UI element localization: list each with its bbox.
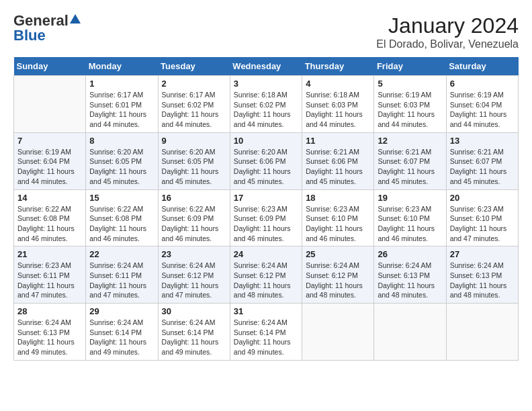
day-number: 9	[162, 136, 226, 146]
sunrise-label: Sunrise: 6:19 AM	[450, 91, 504, 99]
day-info: Sunrise: 6:23 AM Sunset: 6:10 PM Dayligh…	[378, 204, 442, 244]
day-number: 17	[234, 193, 298, 203]
sunset-label: Sunset: 6:13 PM	[450, 271, 502, 279]
day-number: 4	[306, 79, 370, 89]
calendar-cell: 5 Sunrise: 6:19 AM Sunset: 6:03 PM Dayli…	[374, 76, 446, 133]
calendar-cell: 28 Sunrise: 6:24 AM Sunset: 6:13 PM Dayl…	[14, 304, 86, 361]
sunset-label: Sunset: 6:06 PM	[234, 157, 286, 165]
sunset-label: Sunset: 6:01 PM	[89, 101, 142, 109]
calendar-cell: 30 Sunrise: 6:24 AM Sunset: 6:14 PM Dayl…	[158, 304, 230, 361]
day-info: Sunrise: 6:24 AM Sunset: 6:14 PM Dayligh…	[162, 318, 226, 357]
sunset-label: Sunset: 6:14 PM	[162, 328, 214, 336]
sunrise-label: Sunrise: 6:18 AM	[306, 91, 359, 99]
calendar-cell: 14 Sunrise: 6:22 AM Sunset: 6:08 PM Dayl…	[14, 189, 86, 246]
day-number: 6	[450, 79, 515, 89]
sunset-label: Sunset: 6:12 PM	[234, 271, 286, 279]
day-number: 23	[162, 249, 226, 259]
calendar-week-row: 14 Sunrise: 6:22 AM Sunset: 6:08 PM Dayl…	[14, 189, 519, 246]
sunset-label: Sunset: 6:10 PM	[306, 214, 358, 222]
day-number: 16	[162, 193, 226, 203]
calendar-cell	[446, 304, 518, 361]
day-number: 27	[450, 249, 515, 259]
day-info: Sunrise: 6:20 AM Sunset: 6:05 PM Dayligh…	[89, 147, 154, 187]
day-number: 25	[306, 249, 370, 259]
day-info: Sunrise: 6:24 AM Sunset: 6:13 PM Dayligh…	[450, 261, 515, 300]
day-number: 2	[162, 79, 226, 89]
calendar-cell: 31 Sunrise: 6:24 AM Sunset: 6:14 PM Dayl…	[230, 304, 302, 361]
day-number: 28	[17, 306, 82, 316]
day-number: 20	[450, 193, 515, 203]
day-number: 22	[89, 249, 154, 259]
sunrise-label: Sunrise: 6:22 AM	[162, 205, 216, 213]
col-sunday: Sunday	[14, 57, 86, 76]
calendar-cell	[14, 76, 86, 133]
daylight-label: Daylight: 11 hours and 49 minutes.	[89, 338, 146, 356]
sunset-label: Sunset: 6:13 PM	[378, 271, 430, 279]
sunset-label: Sunset: 6:08 PM	[17, 214, 70, 222]
day-info: Sunrise: 6:24 AM Sunset: 6:13 PM Dayligh…	[17, 318, 82, 357]
daylight-label: Daylight: 11 hours and 46 minutes.	[17, 224, 75, 242]
sunset-label: Sunset: 6:12 PM	[306, 271, 358, 279]
sunrise-label: Sunrise: 6:24 AM	[450, 261, 504, 269]
day-info: Sunrise: 6:21 AM Sunset: 6:07 PM Dayligh…	[378, 147, 442, 187]
calendar-cell: 2 Sunrise: 6:17 AM Sunset: 6:02 PM Dayli…	[158, 76, 230, 133]
day-info: Sunrise: 6:17 AM Sunset: 6:02 PM Dayligh…	[162, 90, 226, 130]
day-number: 31	[234, 306, 298, 316]
day-info: Sunrise: 6:19 AM Sunset: 6:03 PM Dayligh…	[378, 90, 442, 130]
day-number: 1	[89, 79, 154, 89]
day-number: 21	[17, 249, 82, 259]
daylight-label: Daylight: 11 hours and 48 minutes.	[306, 281, 363, 300]
day-info: Sunrise: 6:18 AM Sunset: 6:02 PM Dayligh…	[234, 90, 298, 130]
day-info: Sunrise: 6:22 AM Sunset: 6:08 PM Dayligh…	[89, 204, 154, 244]
sunrise-label: Sunrise: 6:21 AM	[306, 148, 359, 156]
day-info: Sunrise: 6:24 AM Sunset: 6:11 PM Dayligh…	[89, 261, 154, 300]
day-number: 18	[306, 193, 370, 203]
calendar-header-row: Sunday Monday Tuesday Wednesday Thursday…	[14, 57, 519, 76]
daylight-label: Daylight: 11 hours and 44 minutes.	[306, 110, 363, 128]
sunset-label: Sunset: 6:09 PM	[234, 214, 286, 222]
sunrise-label: Sunrise: 6:23 AM	[378, 205, 431, 213]
logo-blue-text: Blue	[13, 28, 46, 43]
day-info: Sunrise: 6:20 AM Sunset: 6:06 PM Dayligh…	[234, 147, 298, 187]
calendar-cell: 7 Sunrise: 6:19 AM Sunset: 6:04 PM Dayli…	[14, 132, 86, 189]
col-friday: Friday	[374, 57, 446, 76]
calendar-week-row: 1 Sunrise: 6:17 AM Sunset: 6:01 PM Dayli…	[14, 76, 519, 133]
daylight-label: Daylight: 11 hours and 45 minutes.	[450, 167, 507, 185]
calendar-week-row: 7 Sunrise: 6:19 AM Sunset: 6:04 PM Dayli…	[14, 132, 519, 189]
sunrise-label: Sunrise: 6:23 AM	[450, 205, 504, 213]
daylight-label: Daylight: 11 hours and 49 minutes.	[162, 338, 219, 356]
daylight-label: Daylight: 11 hours and 45 minutes.	[162, 167, 219, 185]
daylight-label: Daylight: 11 hours and 44 minutes.	[17, 167, 75, 185]
title-section: January 2024 El Dorado, Bolivar, Venezue…	[376, 13, 519, 50]
calendar-cell: 24 Sunrise: 6:24 AM Sunset: 6:12 PM Dayl…	[230, 246, 302, 304]
sunset-label: Sunset: 6:10 PM	[450, 214, 502, 222]
day-number: 3	[234, 79, 298, 89]
sunrise-label: Sunrise: 6:21 AM	[450, 148, 504, 156]
sunrise-label: Sunrise: 6:23 AM	[17, 261, 71, 269]
sunset-label: Sunset: 6:08 PM	[89, 214, 142, 222]
day-info: Sunrise: 6:22 AM Sunset: 6:08 PM Dayligh…	[17, 204, 82, 244]
sunrise-label: Sunrise: 6:18 AM	[234, 91, 287, 99]
sunrise-label: Sunrise: 6:24 AM	[378, 261, 431, 269]
day-info: Sunrise: 6:19 AM Sunset: 6:04 PM Dayligh…	[450, 90, 515, 130]
calendar-cell	[302, 304, 374, 361]
calendar-cell: 8 Sunrise: 6:20 AM Sunset: 6:05 PM Dayli…	[86, 132, 158, 189]
col-wednesday: Wednesday	[230, 57, 302, 76]
day-number: 14	[17, 193, 82, 203]
calendar-cell: 22 Sunrise: 6:24 AM Sunset: 6:11 PM Dayl…	[86, 246, 158, 304]
daylight-label: Daylight: 11 hours and 45 minutes.	[306, 167, 363, 185]
day-number: 7	[17, 136, 82, 146]
day-info: Sunrise: 6:17 AM Sunset: 6:01 PM Dayligh…	[89, 90, 154, 130]
day-info: Sunrise: 6:24 AM Sunset: 6:12 PM Dayligh…	[306, 261, 370, 300]
sunset-label: Sunset: 6:04 PM	[17, 157, 70, 165]
calendar-cell: 6 Sunrise: 6:19 AM Sunset: 6:04 PM Dayli…	[446, 76, 518, 133]
sunrise-label: Sunrise: 6:24 AM	[234, 318, 287, 326]
calendar-cell: 4 Sunrise: 6:18 AM Sunset: 6:03 PM Dayli…	[302, 76, 374, 133]
daylight-label: Daylight: 11 hours and 45 minutes.	[234, 167, 291, 185]
calendar-cell: 12 Sunrise: 6:21 AM Sunset: 6:07 PM Dayl…	[374, 132, 446, 189]
sunset-label: Sunset: 6:14 PM	[89, 328, 142, 336]
daylight-label: Daylight: 11 hours and 48 minutes.	[450, 281, 507, 300]
daylight-label: Daylight: 11 hours and 45 minutes.	[378, 167, 435, 185]
sunset-label: Sunset: 6:07 PM	[378, 157, 430, 165]
calendar-cell: 27 Sunrise: 6:24 AM Sunset: 6:13 PM Dayl…	[446, 246, 518, 304]
